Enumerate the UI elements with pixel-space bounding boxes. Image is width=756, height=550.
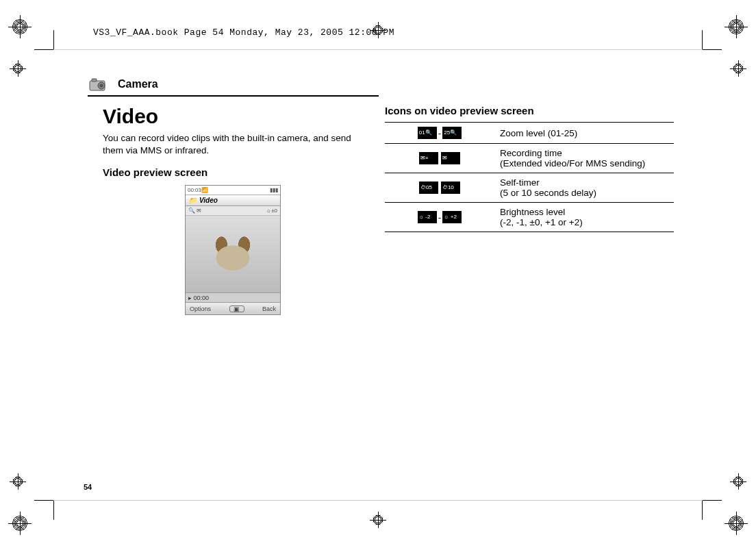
- video-preview-screenshot: 00:03 📶 ▮▮▮ 📁 Video 🔍 ✉ ☼±0 ▸ 00:: [185, 185, 281, 315]
- status-icon: ⏱10: [441, 182, 460, 194]
- registration-mark-icon: [729, 19, 744, 34]
- icon-cell: ⏱05 ⏱10: [385, 173, 494, 203]
- phone-status-bar: 00:03 📶 ▮▮▮: [186, 186, 280, 195]
- registration-mark-icon: [12, 19, 27, 34]
- icon-description: Recording time (Extended video/For MMS s…: [494, 144, 674, 173]
- preview-image: [186, 216, 280, 292]
- battery-icon: ▮▮▮: [270, 187, 278, 193]
- svg-rect-3: [92, 79, 97, 82]
- folder-icon: 📁: [188, 197, 197, 204]
- section-header: Camera: [88, 76, 379, 97]
- registration-mark-icon: [12, 63, 23, 74]
- icon-table-row: ☼ -2-☼ +2Brightness level (-2, -1, ±0, +…: [385, 203, 674, 232]
- status-icon: ☼ +2: [442, 211, 462, 223]
- page-number: 54: [84, 483, 92, 491]
- icon-description: Zoom level (01-25): [494, 123, 674, 144]
- page-content: Camera Video You can record video clips …: [82, 72, 674, 488]
- intro-paragraph: You can record video clips with the buil…: [103, 132, 363, 157]
- phone-title: Video: [199, 197, 218, 204]
- registration-mark-icon: [733, 63, 744, 74]
- icon-cell: 01🔍-25🔍: [385, 123, 494, 144]
- status-icon: ✉×: [419, 152, 438, 164]
- registration-mark-icon: [12, 476, 23, 487]
- icons-heading: Icons on video preview screen: [385, 105, 674, 116]
- icon-description: Self-timer (5 or 10 seconds delay): [494, 173, 674, 203]
- phone-status-time: 00:03: [188, 187, 201, 193]
- camera-icon: [88, 76, 111, 92]
- section-title: Camera: [118, 78, 158, 90]
- softkey-center-icon: ▣: [229, 305, 244, 312]
- status-icon: 25🔍: [442, 127, 462, 139]
- frame-header-stamp: VS3_VF_AAA.book Page 54 Monday, May 23, …: [93, 27, 394, 38]
- icon-table-row: ✉× ✉Recording time (Extended video/For M…: [385, 144, 674, 173]
- softkey-left: Options: [190, 305, 211, 312]
- preview-heading: Video preview screen: [103, 166, 363, 178]
- softkey-right: Back: [262, 305, 276, 312]
- phone-timer-bar: ▸ 00:00: [186, 292, 280, 302]
- status-icon: ⏱05: [419, 182, 438, 194]
- separator: -: [438, 212, 442, 223]
- icon-table-row: 01🔍-25🔍Zoom level (01-25): [385, 123, 674, 144]
- separator: -: [438, 128, 442, 138]
- icon-table-row: ⏱05 ⏱10Self-timer (5 or 10 seconds delay…: [385, 173, 674, 203]
- icon-cell: ☼ -2-☼ +2: [385, 203, 494, 232]
- signal-icon: 📶: [201, 187, 208, 193]
- registration-mark-icon: [733, 476, 744, 487]
- phone-titlebar: 📁 Video: [186, 195, 280, 206]
- left-column: Video You can record video clips with th…: [82, 105, 363, 315]
- status-icon: ☼ -2: [418, 211, 437, 223]
- status-icon: 01🔍: [418, 127, 437, 139]
- phone-iconrow-right: ☼±0: [266, 208, 277, 214]
- registration-mark-icon: [373, 514, 383, 525]
- page-heading: Video: [103, 105, 363, 128]
- icon-description: Brightness level (-2, -1, ±0, +1 or +2): [494, 203, 674, 232]
- icons-table: 01🔍-25🔍Zoom level (01-25)✉× ✉Recording t…: [385, 122, 674, 232]
- phone-softkeys: Options ▣ Back: [186, 302, 280, 314]
- phone-timer: ▸ 00:00: [188, 295, 209, 301]
- phone-icon-row: 🔍 ✉ ☼±0: [186, 206, 280, 216]
- registration-mark-icon: [12, 516, 27, 531]
- right-column: Icons on video preview screen 01🔍-25🔍Zoo…: [385, 105, 674, 315]
- phone-viewport: [186, 216, 280, 292]
- icon-cell: ✉× ✉: [385, 144, 494, 173]
- svg-point-2: [100, 84, 103, 88]
- phone-iconrow-left: 🔍 ✉: [188, 208, 201, 214]
- status-icon: ✉: [441, 152, 460, 164]
- registration-mark-icon: [729, 516, 744, 531]
